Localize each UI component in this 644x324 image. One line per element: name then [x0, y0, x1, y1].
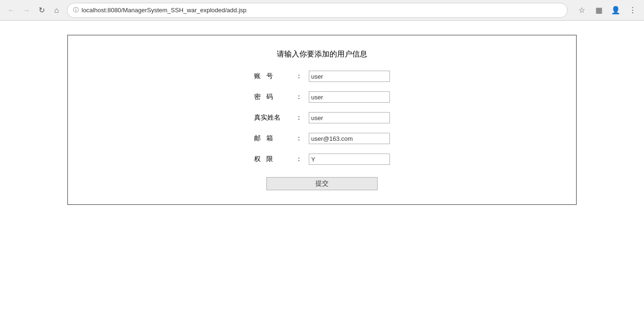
browser-window: ← → ↻ ⌂ ⓘ ☆ ▦ 👤 ⋮ 请输入你要添加的用户信息 账 号 ：: [0, 0, 644, 324]
realname-input[interactable]: [309, 112, 390, 123]
bookmark-button[interactable]: ☆: [575, 4, 588, 17]
permission-input[interactable]: [309, 154, 390, 165]
form-title: 请输入你要添加的用户信息: [77, 49, 567, 59]
home-button[interactable]: ⌂: [50, 4, 63, 17]
email-label: 邮 箱: [254, 134, 292, 143]
browser-toolbar: ← → ↻ ⌂ ⓘ ☆ ▦ 👤 ⋮: [0, 0, 644, 21]
address-bar-container: ⓘ: [67, 3, 568, 18]
password-colon: ：: [296, 93, 302, 101]
password-label: 密 码: [254, 93, 292, 101]
nav-buttons: ← → ↻ ⌂: [5, 4, 63, 17]
forward-button[interactable]: →: [20, 4, 33, 17]
back-button[interactable]: ←: [5, 4, 18, 17]
submit-button[interactable]: 提交: [266, 177, 378, 190]
realname-label: 真实姓名: [254, 113, 292, 122]
email-colon: ：: [296, 134, 302, 143]
password-input[interactable]: [309, 91, 390, 103]
page-content: 请输入你要添加的用户信息 账 号 ： 密 码 ： 真实姓名 ：: [0, 21, 644, 324]
account-input[interactable]: [309, 71, 390, 82]
account-button[interactable]: 👤: [609, 4, 622, 17]
menu-button[interactable]: ⋮: [626, 4, 639, 17]
permission-colon: ：: [296, 155, 302, 163]
account-label: 账 号: [254, 72, 292, 81]
reload-button[interactable]: ↻: [35, 4, 48, 17]
address-input[interactable]: [82, 7, 561, 14]
form-body: 账 号 ： 密 码 ： 真实姓名 ：: [77, 71, 567, 190]
toolbar-right: ☆ ▦ 👤 ⋮: [575, 4, 639, 17]
account-row: 账 号 ：: [254, 71, 390, 82]
email-row: 邮 箱 ：: [254, 133, 390, 144]
realname-colon: ：: [296, 113, 302, 122]
permission-row: 权 限 ：: [254, 154, 390, 165]
form-container: 请输入你要添加的用户信息 账 号 ： 密 码 ： 真实姓名 ：: [67, 35, 577, 205]
cast-button[interactable]: ▦: [592, 4, 605, 17]
account-colon: ：: [296, 72, 302, 81]
info-icon: ⓘ: [73, 6, 79, 14]
realname-row: 真实姓名 ：: [254, 112, 390, 123]
password-row: 密 码 ：: [254, 91, 390, 103]
permission-label: 权 限: [254, 155, 292, 163]
email-input[interactable]: [309, 133, 390, 144]
